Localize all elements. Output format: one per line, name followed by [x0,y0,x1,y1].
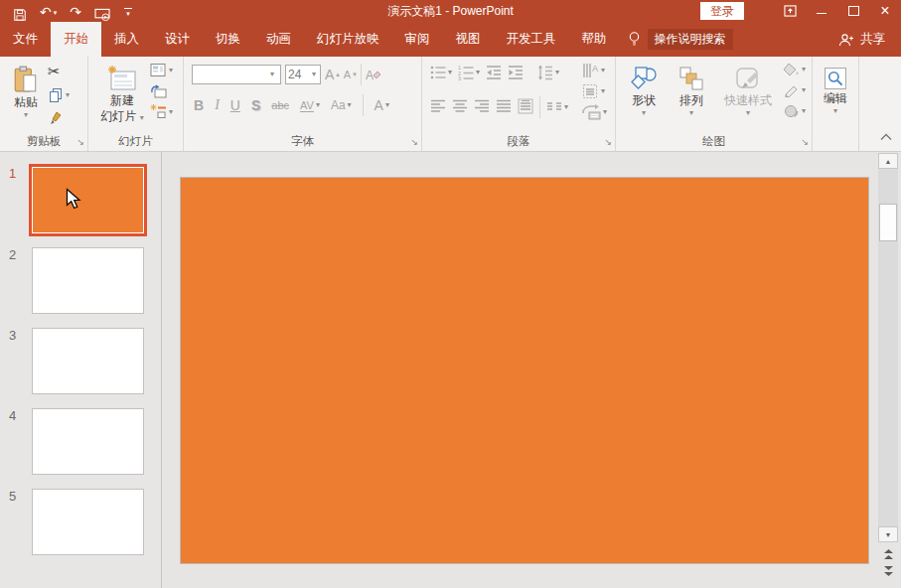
slide-thumbnail-panel[interactable]: 1 2 3 4 5 [0,152,162,588]
new-slide-button[interactable]: 新建 幻灯片 ▾ [96,61,148,123]
tab-review[interactable]: 审阅 [392,22,443,57]
reset-slide-button[interactable] [150,83,173,98]
align-right-button[interactable] [474,98,490,117]
scroll-down-button[interactable]: ▼ [878,526,898,542]
drawing-dialog-launcher[interactable]: ↘ [801,138,809,147]
align-center-button[interactable] [452,98,468,117]
undo-button[interactable]: ↶▾ [40,0,57,22]
font-name-input[interactable] [193,68,270,81]
collapse-ribbon-button[interactable] [880,130,892,144]
cut-button[interactable]: ✂ [48,63,61,80]
slide-thumbnail-1[interactable] [29,164,147,236]
tab-view[interactable]: 视图 [443,22,494,57]
save-button[interactable] [13,0,27,22]
tab-animations[interactable]: 动画 [253,22,304,57]
slide-thumbnail-4[interactable] [32,408,144,475]
shape-effects-caret[interactable]: ▾ [802,107,806,115]
character-spacing-button[interactable]: AV▾ [300,99,320,112]
tab-help[interactable]: 帮助 [569,22,620,57]
shrink-font-button[interactable]: A▾ [344,69,357,80]
align-left-button[interactable] [430,98,446,117]
columns-caret[interactable]: ▾ [564,103,568,111]
strikethrough-button[interactable]: abc [271,99,289,111]
editing-button[interactable]: 编辑 ▾ [819,63,852,115]
shapes-button[interactable]: 形状 ▾ [622,61,666,151]
align-text-caret[interactable]: ▾ [601,87,605,95]
minimize-button[interactable] [806,0,837,22]
font-size-combo[interactable]: ▾ [285,65,321,84]
convert-smartart-button[interactable]: ▾ [582,104,607,120]
tab-developer[interactable]: 开发工具 [494,22,569,57]
justify-button[interactable] [496,98,512,117]
decrease-indent-button[interactable] [486,65,502,80]
close-button[interactable]: × [869,0,901,22]
tab-design[interactable]: 设计 [152,22,203,57]
scroll-up-button[interactable]: ▲ [878,153,898,169]
shape-effects-button[interactable]: ▾ [784,104,806,118]
paragraph-dialog-launcher[interactable]: ↘ [604,138,612,147]
paste-button[interactable]: 粘贴 ▾ [6,61,46,119]
grow-font-button[interactable]: A▴ [325,67,340,82]
line-spacing-caret[interactable]: ▾ [555,69,559,76]
login-button[interactable]: 登录 [700,2,744,20]
bullets-caret[interactable]: ▾ [448,69,452,76]
bold-button[interactable]: B [194,97,204,113]
increase-indent-button[interactable] [508,65,524,80]
italic-button[interactable]: I [215,97,220,113]
shape-outline-button[interactable]: ▾ [784,83,806,97]
arrange-button[interactable]: 排列 ▾ [670,61,713,151]
font-size-caret[interactable]: ▾ [312,71,316,78]
customize-qat-button[interactable]: ▾ [124,0,132,22]
slide-thumbnail-2[interactable] [32,247,144,314]
distribute-text-button[interactable] [518,98,533,117]
clear-formatting-button[interactable]: A [366,68,381,82]
font-name-caret[interactable]: ▾ [270,71,274,78]
quick-styles-button[interactable]: 快速样式 ▾ [717,61,779,151]
copy-dropdown-caret[interactable]: ▾ [66,91,70,99]
numbering-caret[interactable]: ▾ [476,69,480,76]
font-size-input[interactable] [286,68,312,81]
underline-button[interactable]: U [230,97,240,113]
line-spacing-button[interactable]: ▾ [537,65,559,80]
tab-insert[interactable]: 插入 [101,22,152,57]
undo-dropdown-caret[interactable]: ▾ [54,4,58,22]
redo-button[interactable]: ↷ [70,0,81,22]
format-painter-button[interactable] [48,110,64,126]
bullets-button[interactable]: ▾ [430,65,452,80]
tab-transitions[interactable]: 切换 [203,22,253,57]
clipboard-dialog-launcher[interactable]: ↘ [76,138,84,147]
change-case-button[interactable]: Aa▾ [331,98,352,112]
convert-smartart-caret[interactable]: ▾ [603,108,607,116]
align-text-button[interactable]: ▾ [582,83,605,99]
previous-slide-button[interactable] [881,548,895,560]
section-button[interactable]: ▾ [150,104,173,119]
font-dialog-launcher[interactable]: ↘ [410,138,418,147]
tell-me-searchbox[interactable]: 操作说明搜索 [648,29,733,50]
tell-me[interactable]: 操作说明搜索 [628,22,733,57]
ribbon-display-options-button[interactable] [774,0,806,22]
shape-outline-caret[interactable]: ▾ [802,86,806,94]
tab-slideshow[interactable]: 幻灯片放映 [304,22,392,57]
slide-canvas[interactable] [180,177,869,564]
numbering-button[interactable]: 123 ▾ [458,65,480,80]
shape-fill-button[interactable]: ▾ [784,63,806,76]
start-slideshow-button[interactable] [94,0,111,22]
slide-layout-button[interactable]: ▾ [150,63,173,77]
tab-file[interactable]: 文件 [0,22,51,57]
slide-thumbnail-3[interactable] [32,328,144,394]
tab-home[interactable]: 开始 [51,22,101,57]
slide-thumbnail-5[interactable] [32,489,144,555]
columns-button[interactable]: ▾ [546,99,568,115]
text-direction-button[interactable]: A ▾ [582,63,605,78]
copy-button[interactable]: ▾ [48,87,70,103]
next-slide-button[interactable] [881,565,895,577]
share-button[interactable]: 共享 [838,22,901,57]
scrollbar-thumb[interactable] [879,204,897,241]
shape-fill-caret[interactable]: ▾ [802,66,806,74]
text-direction-caret[interactable]: ▾ [601,67,605,74]
maximize-button[interactable] [837,0,869,22]
vertical-scrollbar[interactable]: ▲ ▼ [878,152,898,588]
text-shadow-button[interactable]: S [251,97,260,113]
font-name-combo[interactable]: ▾ [192,65,281,84]
font-color-button[interactable]: A▾ [375,97,389,113]
